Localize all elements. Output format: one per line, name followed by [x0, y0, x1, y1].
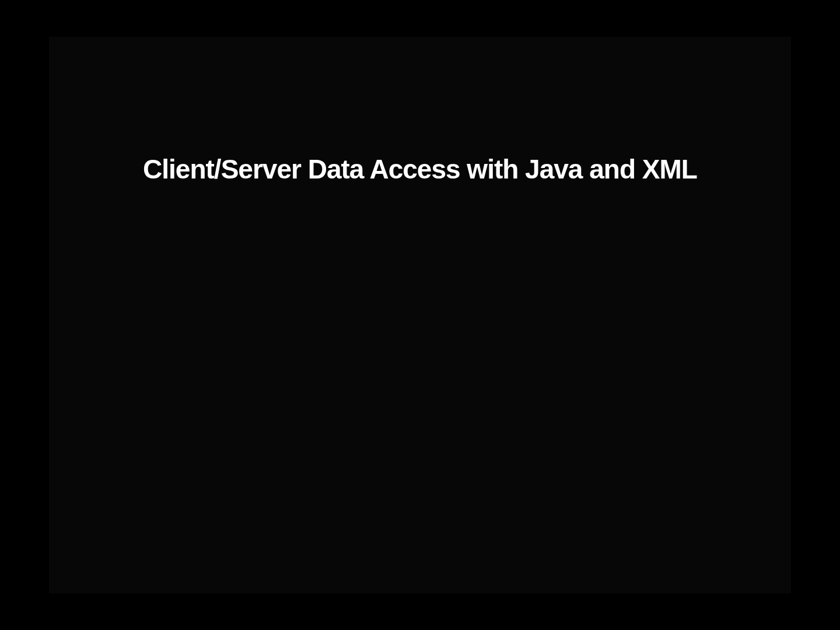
- slide-title: Client/Server Data Access with Java and …: [49, 153, 791, 185]
- slide-frame: Client/Server Data Access with Java and …: [49, 37, 791, 593]
